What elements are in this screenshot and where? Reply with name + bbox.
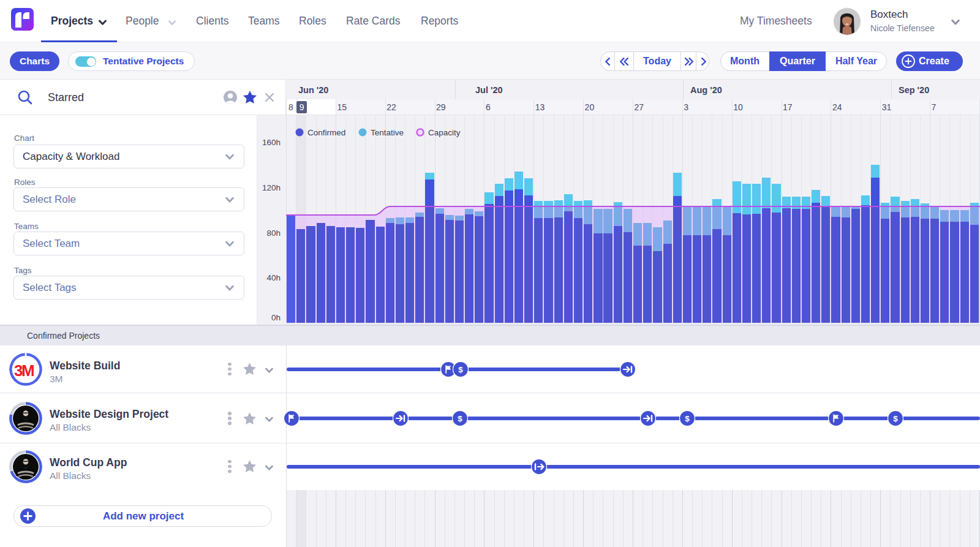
svg-text:Tentative: Tentative (371, 128, 404, 137)
svg-text:Capacity: Capacity (428, 128, 461, 137)
svg-text:Confirmed: Confirmed (307, 128, 345, 137)
